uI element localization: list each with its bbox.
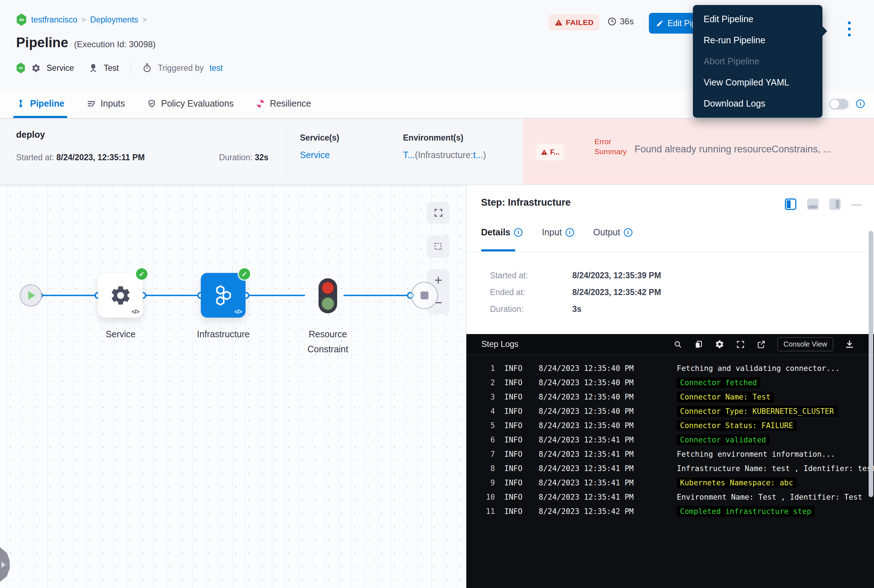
layout-split-left-icon[interactable] [785,198,796,210]
step-logs-panel: Step Logs Console View 1INFO8/24/2023 12… [466,334,874,588]
stage-name[interactable]: deploy [16,129,45,140]
log-row: 3INFO8/24/2023 12:35:40 PMConnector Name… [479,390,874,404]
log-timestamp: 8/24/2023 12:35:41 PM [539,436,677,444]
infrastructure-link[interactable]: t... [473,150,483,160]
log-download-icon[interactable] [845,339,854,349]
log-message: Environment Name: Test , Identifier: Tes… [677,493,862,501]
console-view-button[interactable]: Console View [777,337,833,351]
field-label: Duration: [490,304,572,314]
log-row: 11INFO8/24/2023 12:35:42 PMCompleted inf… [479,504,874,519]
menu-item-view-compiled-yaml[interactable]: View Compiled YAML [693,72,823,93]
log-external-link-icon[interactable] [757,340,766,349]
field-value: 8/24/2023, 12:35:39 PM [572,271,661,280]
edge-constraint-end [344,295,412,296]
resource-constraint-node[interactable] [319,278,337,314]
log-line-number: 5 [479,422,495,430]
stage-started-label: Started at: [16,153,54,162]
log-line-number: 11 [479,507,495,516]
execution-id: (Execution Id: 30098) [74,39,156,50]
test-meta-label: Test [104,63,119,73]
log-level: INFO [504,436,539,444]
tab-details[interactable]: Details i [481,227,522,237]
tab-details-label: Details [481,227,510,237]
view-toggle[interactable] [829,99,848,110]
breadcrumb-separator-icon: > [81,16,86,24]
menu-item-edit-pipeline[interactable]: Edit Pipeline [693,9,823,30]
log-message: Connector validated [677,435,769,445]
input-info-icon[interactable]: i [566,228,574,237]
log-row: 4INFO8/24/2023 12:35:40 PMConnector Type… [479,404,874,418]
log-rows[interactable]: 1INFO8/24/2023 12:35:40 PMFetching and v… [466,355,874,519]
infrastructure-node-label: Infrastructure [186,327,261,342]
pipeline-meta-row: ∞ Service Test Triggered by test [16,60,223,76]
canvas-expand-handle[interactable] [0,547,10,582]
tab-policy-label: Policy Evaluations [161,98,234,109]
elapsed-time-value: 36s [620,16,634,27]
clock-icon [607,17,617,26]
menu-item-download-logs[interactable]: Download Logs [693,93,823,114]
canvas-select-button[interactable] [427,236,450,258]
environment-link[interactable]: T... [403,150,415,160]
tab-output[interactable]: Output i [593,227,632,237]
page-header: ∞ testfrancisco > Deployments > Pipeline… [0,0,874,89]
error-summary-message[interactable]: Found already running resourceConstrains… [635,144,871,155]
toggle-info-icon[interactable]: i [856,99,865,108]
breadcrumb-deployments[interactable]: Deployments [90,15,138,25]
field-ended-at: Ended at: 8/24/2023, 12:35:42 PM [490,288,661,297]
success-check-badge: ✓ [239,268,250,280]
log-timestamp: 8/24/2023 12:35:40 PM [539,378,677,387]
tab-policy-evaluations[interactable]: Policy Evaluations [147,89,234,118]
tab-input[interactable]: Input i [542,227,574,237]
log-copy-icon[interactable] [694,340,703,349]
log-row: 7INFO8/24/2023 12:35:41 PMFetching envir… [479,447,874,461]
field-duration: Duration: 3s [490,304,582,314]
main-content: + − ✓ </> Service ✓ [0,185,874,588]
tab-pipeline[interactable]: Pipeline [16,89,65,118]
layout-dock-bottom-icon[interactable] [807,198,818,210]
log-timestamp: 8/24/2023 12:35:40 PM [539,393,677,401]
traffic-light-red [321,282,334,294]
tab-inputs[interactable]: Inputs [87,89,125,118]
zoom-in-button[interactable]: + [434,273,442,287]
service-link[interactable]: Service [300,150,339,160]
more-options-kebab-icon[interactable] [845,17,854,41]
step-logs-header: Step Logs Console View [466,334,874,355]
step-panel-title: Step: Infrastructure [481,197,571,208]
chevron-right-icon [2,561,6,568]
details-info-icon[interactable]: i [514,228,522,237]
start-node[interactable] [20,284,42,306]
log-settings-icon[interactable] [715,339,724,349]
play-icon [28,291,35,300]
panel-minimize-icon[interactable]: — [851,199,862,209]
pipeline-canvas[interactable]: + − ✓ </> Service ✓ [0,185,466,588]
infrastructure-node[interactable]: ✓ </> [201,273,245,318]
log-level: INFO [504,493,539,501]
service-node[interactable]: ✓ </> [98,273,143,318]
stage-started-value: 8/24/2023, 12:35:11 PM [57,153,145,162]
menu-item-rerun-pipeline[interactable]: Re-run Pipeline [693,30,823,51]
log-row: 1INFO8/24/2023 12:35:40 PMFetching and v… [479,361,874,375]
log-message: Connector fetched [677,377,760,388]
log-timestamp: 8/24/2023 12:35:40 PM [539,407,677,416]
log-level: INFO [504,478,539,487]
log-timestamp: 8/24/2023 12:35:41 PM [539,450,677,459]
triggered-by-user[interactable]: test [209,63,223,73]
breadcrumb-project[interactable]: testfrancisco [31,15,77,25]
output-info-icon[interactable]: i [624,228,632,237]
gear-icon [109,284,132,307]
canvas-fullscreen-button[interactable] [427,202,450,224]
edge-start-service [39,295,98,296]
panel-scrollbar[interactable] [869,231,873,497]
log-level: INFO [504,507,539,516]
log-search-icon[interactable] [673,340,683,349]
log-fullscreen-icon[interactable] [736,340,745,349]
step-detail-panel: Step: Infrastructure — Details i Input i… [466,185,874,588]
end-node[interactable] [411,282,438,309]
log-level: INFO [504,422,539,430]
menu-item-abort-pipeline: Abort Pipeline [693,51,823,72]
log-line-number: 3 [479,393,495,401]
tab-resilience[interactable]: Resilience [256,89,311,118]
layout-dock-right-icon[interactable] [829,198,841,210]
log-row: 10INFO8/24/2023 12:35:41 PMEnvironment N… [479,490,874,504]
stage-summary-bar: deploy Started at: 8/24/2023, 12:35:11 P… [0,119,874,185]
